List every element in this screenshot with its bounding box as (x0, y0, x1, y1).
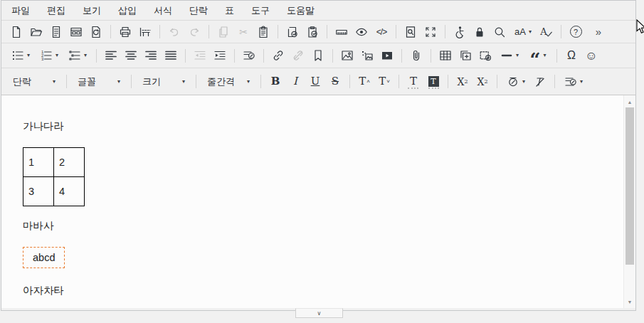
accessibility-icon (453, 26, 466, 38)
table-cell[interactable]: 2 (54, 148, 85, 177)
browser-window-button[interactable] (68, 23, 85, 41)
page-break-button[interactable] (137, 23, 154, 41)
dashed-inline-box[interactable]: abcd (23, 247, 65, 268)
text-color-swatch (408, 87, 418, 89)
document-template-button[interactable] (48, 23, 65, 41)
separator (208, 25, 209, 38)
select-all-button[interactable] (284, 23, 301, 41)
line-spacing-dropdown[interactable]: 줄간격 ▾ (201, 73, 255, 91)
insert-template-button[interactable] (457, 47, 474, 64)
copy-button[interactable] (215, 23, 232, 41)
undo-button[interactable] (166, 23, 183, 41)
scrollbar-thumb[interactable] (625, 107, 634, 265)
paragraph-2[interactable]: 마바사 (23, 219, 602, 233)
unlink-button[interactable] (290, 47, 307, 64)
restore-draft-icon (90, 26, 102, 38)
special-character-button[interactable]: Ω (563, 47, 580, 64)
toolbar-row-1: ✂ </> (1, 21, 635, 43)
insert-link-button[interactable] (270, 47, 287, 64)
format-lines-pen-button[interactable] (241, 47, 258, 64)
help-button[interactable]: ? (567, 23, 584, 41)
blockquote-button[interactable]: “ ▾ (525, 47, 551, 64)
lock-button[interactable] (471, 23, 488, 41)
superscript-button[interactable]: X 2 (454, 73, 471, 90)
fullscreen-button[interactable] (422, 23, 439, 41)
align-left-button[interactable] (102, 47, 120, 64)
align-justify-button[interactable] (162, 47, 179, 64)
search-button[interactable] (491, 23, 508, 41)
bold-button[interactable]: B (267, 73, 284, 90)
insert-image-button[interactable] (339, 47, 356, 64)
editor-collapse-tab[interactable]: ∨ (295, 308, 343, 318)
redo-button[interactable] (186, 23, 203, 41)
clear-formatting-button[interactable] (532, 73, 549, 90)
subscript-button[interactable]: X 2 (474, 73, 491, 90)
underline-button[interactable]: U (307, 73, 324, 90)
align-center-button[interactable] (122, 47, 139, 64)
draw-pen-button[interactable]: ▾ (503, 73, 529, 90)
fullscreen-icon (424, 26, 437, 38)
vertical-scrollbar[interactable]: ▲ ▼ (623, 95, 635, 308)
menu-paragraph[interactable]: 단락 (181, 1, 216, 21)
editable-area[interactable]: 가나다라 1 2 3 4 마바사 abcd 아자차타 (1, 95, 623, 308)
insert-layer-button[interactable] (477, 47, 494, 64)
restore-draft-button[interactable] (88, 23, 105, 41)
font-size-dropdown[interactable]: 크기 ▾ (137, 73, 191, 91)
emoticon-button[interactable]: ☺ (583, 47, 600, 64)
paste-as-text-button[interactable] (304, 23, 321, 41)
find-on-page-button[interactable] (402, 23, 419, 41)
font-size-up-button[interactable]: T ˄ (356, 73, 373, 90)
align-right-button[interactable] (142, 47, 159, 64)
print-button[interactable] (117, 23, 134, 41)
table-cell[interactable]: 1 (23, 148, 54, 177)
paragraph-style-label: 단락 (13, 75, 31, 88)
font-size-down-button[interactable]: T ˅ (376, 73, 393, 90)
spellcheck-button[interactable]: A (538, 23, 555, 41)
menu-edit[interactable]: 편집 (38, 1, 74, 21)
outdent-button[interactable] (191, 47, 208, 64)
case-change-button[interactable]: aA ▾ (511, 23, 535, 41)
menu-insert[interactable]: 삽입 (110, 1, 145, 21)
format-lines-pen-button-2[interactable]: ▾ (561, 73, 586, 90)
font-family-dropdown[interactable]: 글꼴 ▾ (72, 73, 126, 91)
paragraph-3[interactable]: 아자차타 (23, 284, 602, 297)
menu-format[interactable]: 서식 (145, 1, 181, 21)
edit-image-button[interactable] (359, 47, 376, 64)
strikethrough-button[interactable]: S (327, 73, 344, 90)
numbered-list-button[interactable]: 123 ▾ (36, 47, 62, 64)
align-center-icon (125, 49, 137, 62)
content-table[interactable]: 1 2 3 4 (23, 147, 85, 206)
bookmark-button[interactable] (310, 47, 327, 64)
paragraph-style-dropdown[interactable]: 단락 ▾ (7, 73, 61, 91)
open-file-button[interactable] (28, 23, 45, 41)
cut-button[interactable]: ✂ (235, 23, 252, 41)
paste-button[interactable] (255, 23, 272, 41)
italic-button[interactable]: I (287, 73, 304, 90)
paragraph-1[interactable]: 가나다라 (23, 120, 602, 133)
insert-media-button[interactable] (379, 47, 396, 64)
table-cell[interactable]: 4 (54, 177, 85, 206)
new-document-button[interactable] (8, 23, 25, 41)
menu-help[interactable]: 도움말 (278, 1, 323, 21)
attach-file-button[interactable] (408, 47, 425, 64)
bullet-list-button[interactable]: ▾ (8, 47, 33, 64)
source-code-button[interactable]: </> (373, 23, 390, 41)
indent-button[interactable] (211, 47, 228, 64)
insert-table-button[interactable] (437, 47, 454, 64)
table-cell[interactable]: 3 (23, 177, 54, 206)
menu-table[interactable]: 표 (216, 1, 243, 21)
scroll-down-button[interactable]: ▼ (624, 297, 635, 307)
separator (349, 75, 350, 88)
horizontal-line-button[interactable]: ▾ (497, 47, 522, 64)
ruler-button[interactable] (333, 23, 350, 41)
menu-view[interactable]: 보기 (74, 1, 110, 21)
outline-list-button[interactable]: ▾ (65, 47, 90, 64)
more-toolbar-button[interactable]: » (590, 23, 607, 41)
preview-button[interactable] (353, 23, 370, 41)
menu-file[interactable]: 파일 (3, 1, 38, 21)
menu-tools[interactable]: 도구 (243, 1, 278, 21)
accessibility-check-button[interactable] (451, 23, 468, 41)
text-color-button[interactable]: T (405, 73, 422, 90)
background-color-button[interactable]: T (425, 73, 442, 90)
scroll-up-button[interactable]: ▲ (624, 97, 635, 107)
